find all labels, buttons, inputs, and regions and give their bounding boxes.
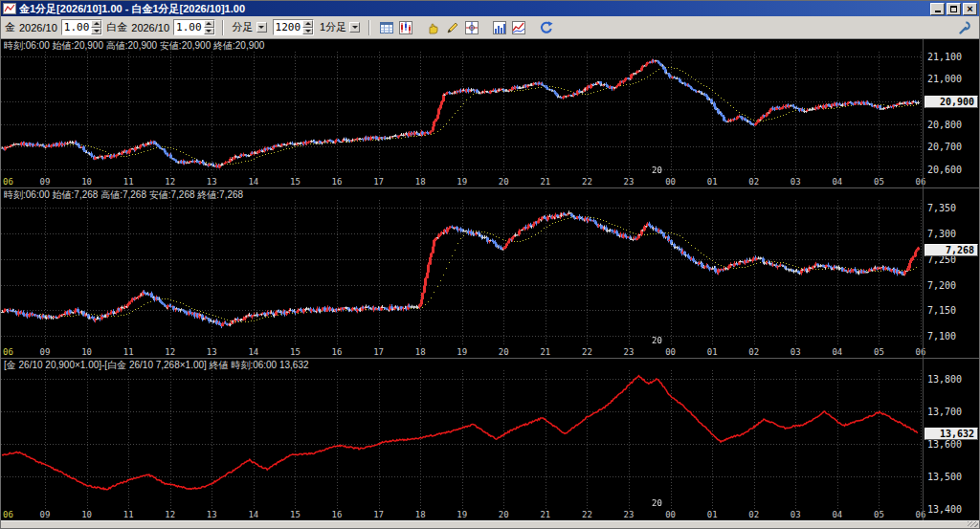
hand-tool-icon[interactable] bbox=[424, 18, 443, 37]
x-tick-label: 23 bbox=[624, 177, 635, 187]
app-icon bbox=[3, 3, 16, 14]
x-tick-label: 02 bbox=[748, 177, 759, 187]
x-tick-label: 00 bbox=[665, 510, 676, 519]
x-tick-label: 03 bbox=[791, 510, 801, 519]
toolbar-separator bbox=[368, 20, 370, 35]
chart-panel-spread: [金 26/10 20,900×1.00]-[白金 26/10 7,268×1.… bbox=[1, 358, 979, 520]
spin-up-button[interactable] bbox=[204, 20, 214, 28]
x-tick-label: 23 bbox=[624, 347, 635, 357]
x-tick-label: 14 bbox=[248, 347, 258, 357]
up-arrow-icon bbox=[94, 22, 100, 25]
y-tick-label: 7,300 bbox=[927, 229, 956, 239]
x-tick-label: 16 bbox=[332, 347, 343, 357]
x-tick-label: 22 bbox=[582, 510, 592, 519]
bar-chart-icon[interactable] bbox=[490, 18, 509, 37]
dropdown-arrow-button[interactable] bbox=[256, 22, 267, 33]
chart-grid-icon[interactable] bbox=[377, 18, 396, 37]
chevron-down-icon bbox=[258, 26, 264, 29]
candle-chart-icon[interactable] bbox=[396, 18, 415, 37]
x-tick-label: 13 bbox=[207, 347, 217, 357]
x-tick-label: 16 bbox=[332, 510, 343, 519]
x-tick-label: 05 bbox=[874, 177, 884, 187]
platinum-info-bar: 時刻:06:00 始値:7,268 高値:7,268 安値:7,268 終値:7… bbox=[1, 187, 979, 200]
spin-down-button[interactable] bbox=[302, 28, 313, 35]
x-tick-label: 10 bbox=[81, 347, 92, 357]
spread-time-axis: 0609101112131415161718192021222300010203… bbox=[1, 509, 923, 520]
gold-price-axis: 21,10021,00020,90020,80020,70020,60020,9… bbox=[923, 39, 979, 187]
titlebar[interactable]: 金1分足[2026/10]1.00 - 白金1分足[2026/10]1.00 × bbox=[1, 1, 979, 16]
y-tick-label: 13,700 bbox=[927, 407, 962, 417]
platinum-chart-canvas[interactable] bbox=[1, 200, 922, 346]
x-tick-label: 11 bbox=[123, 347, 134, 357]
gold-info-bar: 時刻:06:00 始値:20,900 高値:20,900 安値:20,900 終… bbox=[1, 39, 979, 52]
toolbar-icon-strip bbox=[377, 18, 556, 37]
x-tick-label: 17 bbox=[373, 347, 384, 357]
bar-type-value: 分足 bbox=[233, 20, 254, 34]
gold-ratio-value[interactable]: 1.00 bbox=[62, 20, 92, 34]
bar-count-value[interactable]: 1200 bbox=[274, 20, 303, 34]
close-button[interactable]: × bbox=[963, 3, 977, 15]
up-arrow-icon bbox=[206, 22, 212, 25]
x-tick-label: 04 bbox=[832, 510, 842, 519]
spin-down-button[interactable] bbox=[91, 28, 101, 35]
last-price-badge: 7,268 bbox=[924, 244, 978, 256]
x-tick-label: 01 bbox=[707, 347, 718, 357]
x-tick-label: 14 bbox=[248, 177, 258, 187]
x-tick-label: 04 bbox=[832, 177, 842, 187]
x-tick-label: 01 bbox=[707, 177, 718, 187]
x-tick-label: 09 bbox=[40, 177, 51, 187]
x-tick-label: 20 bbox=[499, 510, 509, 519]
chart-area: 時刻:06:00 始値:20,900 高値:20,900 安値:20,900 終… bbox=[1, 39, 979, 520]
y-tick-label: 13,800 bbox=[927, 374, 962, 385]
platinum-contract[interactable]: 2026/10 bbox=[131, 22, 169, 33]
x-tick-label: 02 bbox=[748, 510, 759, 519]
crosshair-tool-icon[interactable] bbox=[462, 18, 481, 37]
gold-chart-canvas[interactable] bbox=[1, 52, 922, 176]
y-tick-label: 7,200 bbox=[927, 280, 956, 291]
x-tick-label: 12 bbox=[165, 510, 175, 519]
x-tick-label: 05 bbox=[874, 510, 884, 519]
x-tick-label: 11 bbox=[123, 510, 134, 519]
spin-up-button[interactable] bbox=[91, 20, 101, 28]
platinum-ratio-spinner[interactable]: 1.00 bbox=[173, 19, 215, 35]
minimize-icon bbox=[935, 11, 941, 12]
bar-period-dropdown[interactable]: 1分足 bbox=[318, 19, 362, 35]
gold-time-axis: 0609101112131415161718192021222300010203… bbox=[1, 176, 923, 187]
x-tick-label: 15 bbox=[290, 347, 301, 357]
bar-count-spinner[interactable]: 1200 bbox=[273, 19, 315, 35]
bar-period-value: 1分足 bbox=[320, 20, 346, 34]
x-tick-label: 05 bbox=[874, 347, 884, 357]
x-tick-label: 19 bbox=[457, 177, 467, 187]
resize-grip[interactable] bbox=[968, 521, 978, 527]
gold-label: 金 bbox=[5, 20, 15, 34]
bar-type-dropdown[interactable]: 分足 bbox=[231, 19, 269, 35]
spin-down-button[interactable] bbox=[204, 28, 214, 35]
restore-button[interactable] bbox=[947, 3, 961, 15]
y-tick-label: 13,500 bbox=[927, 472, 962, 482]
x-tick-label: 19 bbox=[457, 347, 467, 357]
settings-wrench-icon[interactable] bbox=[956, 18, 975, 37]
platinum-ratio-value[interactable]: 1.00 bbox=[174, 20, 204, 34]
draw-tool-icon[interactable] bbox=[443, 18, 462, 37]
minimize-button[interactable] bbox=[930, 3, 945, 15]
x-tick-label: 03 bbox=[791, 347, 801, 357]
x-tick-label: 13 bbox=[207, 177, 217, 187]
gold-contract[interactable]: 2026/10 bbox=[19, 22, 57, 33]
x-tick-label: 06 bbox=[3, 177, 13, 187]
x-tick-label: 00 bbox=[665, 347, 676, 357]
last-price-badge: 13,632 bbox=[924, 428, 978, 440]
x-tick-label: 14 bbox=[248, 510, 258, 519]
gold-ratio-spinner[interactable]: 1.00 bbox=[61, 19, 103, 35]
indicator-icon[interactable] bbox=[509, 18, 528, 37]
x-tick-label: 03 bbox=[791, 177, 801, 187]
y-tick-label: 7,150 bbox=[927, 305, 956, 316]
x-tick-label: 15 bbox=[290, 510, 301, 519]
spread-chart-canvas[interactable] bbox=[1, 370, 922, 509]
dropdown-arrow-button[interactable] bbox=[349, 22, 360, 33]
app-window: 金1分足[2026/10]1.00 - 白金1分足[2026/10]1.00 ×… bbox=[0, 0, 980, 529]
spin-up-button[interactable] bbox=[302, 20, 313, 28]
x-tick-label: 00 bbox=[665, 177, 676, 187]
toolbar-separator bbox=[222, 20, 224, 35]
refresh-icon[interactable] bbox=[537, 18, 556, 37]
x-tick-label: 22 bbox=[582, 347, 592, 357]
